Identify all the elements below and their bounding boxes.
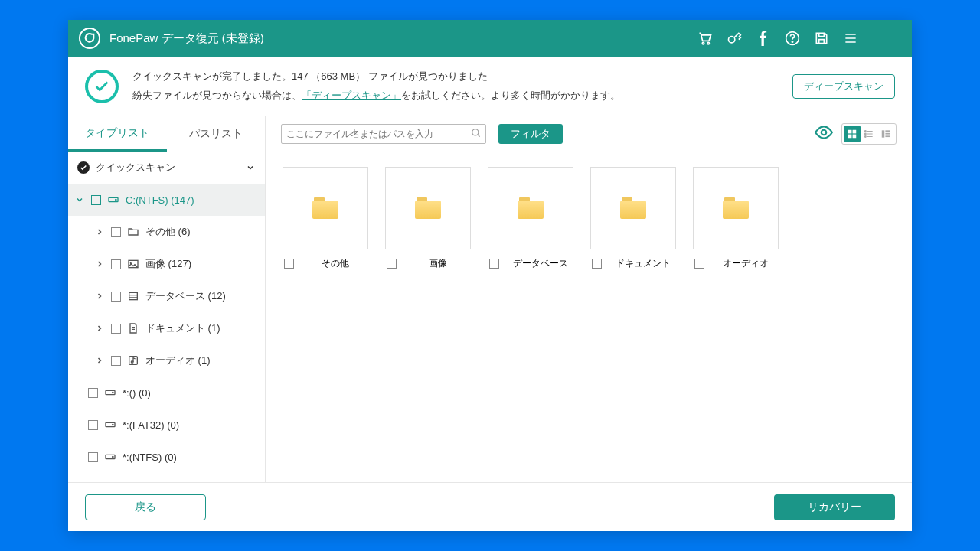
checkbox[interactable]	[489, 259, 499, 269]
folder-label: ドキュメント	[609, 257, 676, 270]
save-icon[interactable]	[814, 31, 829, 46]
checkbox[interactable]	[694, 259, 704, 269]
deep-scan-link[interactable]: 「ディープスキャン」	[302, 90, 401, 101]
chevron-right-icon[interactable]	[94, 324, 105, 333]
tree-item-label: *:() (0)	[122, 387, 151, 399]
checkbox[interactable]	[387, 259, 397, 269]
body: タイプリスト パスリスト クイックスキャン C:(NTFS) (147)	[68, 116, 912, 482]
svg-point-14	[113, 393, 113, 393]
folder-item[interactable]: その他	[283, 167, 368, 270]
tree-extra-1[interactable]: *:(FAT32) (0)	[68, 409, 265, 441]
key-icon[interactable]	[727, 31, 742, 46]
svg-rect-30	[885, 133, 890, 135]
folder-label: データベース	[507, 257, 573, 270]
tree-extra-0[interactable]: *:() (0)	[68, 377, 265, 409]
checkbox[interactable]	[111, 324, 121, 334]
checkbox[interactable]	[284, 259, 294, 269]
svg-point-7	[116, 200, 116, 201]
tree-item-document[interactable]: ドキュメント (1)	[68, 312, 265, 344]
folder-thumb[interactable]	[283, 167, 368, 249]
tree-item-label: *:(FAT32) (0)	[122, 419, 179, 431]
folder-thumb[interactable]	[590, 167, 676, 249]
checkbox[interactable]	[592, 259, 602, 269]
scan-complete-icon	[85, 70, 119, 103]
main-panel: フィルタ その他 画像	[266, 116, 912, 482]
tree-root-quickscan[interactable]: クイックスキャン	[68, 152, 265, 184]
svg-rect-31	[885, 135, 890, 137]
menu-icon[interactable]	[843, 31, 858, 46]
chevron-right-icon[interactable]	[94, 292, 105, 301]
search-box	[281, 124, 486, 144]
svg-point-1	[707, 42, 710, 44]
sidebar-tabs: タイプリスト パスリスト	[68, 116, 265, 152]
toolbar: フィルタ	[266, 116, 912, 152]
tree-item-image[interactable]: 画像 (127)	[68, 248, 265, 280]
folder-item[interactable]: 画像	[385, 167, 471, 270]
audio-icon	[127, 354, 139, 367]
tab-path-list[interactable]: パスリスト	[167, 116, 266, 152]
checkbox[interactable]	[88, 388, 98, 398]
view-detail-icon[interactable]	[877, 126, 894, 142]
chevron-right-icon[interactable]	[94, 227, 105, 236]
preview-icon[interactable]	[814, 122, 834, 145]
tab-type-list[interactable]: タイプリスト	[68, 116, 167, 152]
search-input[interactable]	[281, 124, 486, 144]
folder-item[interactable]: ドキュメント	[590, 167, 676, 270]
svg-point-16	[113, 425, 113, 425]
facebook-icon[interactable]	[756, 31, 771, 46]
folder-thumb[interactable]	[693, 167, 779, 249]
tree-item-label: オーディオ (1)	[145, 354, 211, 367]
checkbox[interactable]	[111, 259, 121, 269]
folder-icon	[312, 197, 338, 219]
folder-thumb[interactable]	[385, 167, 471, 249]
svg-rect-29	[885, 130, 890, 132]
window-controls	[874, 31, 901, 46]
cart-icon[interactable]	[697, 31, 713, 46]
folder-icon	[127, 226, 139, 238]
folder-item[interactable]: データベース	[488, 167, 573, 270]
filter-button[interactable]: フィルタ	[498, 124, 563, 144]
svg-point-26	[864, 133, 866, 135]
recover-button[interactable]: リカバリー	[774, 494, 895, 520]
status-line1: クイックスキャンが完了しました。147 （663 MB） ファイルが見つかりまし…	[132, 67, 620, 86]
app-window: FonePaw データ復元 (未登録) クイックスキャンが完了しました。147 …	[68, 20, 912, 531]
folder-label: その他	[302, 257, 368, 270]
tree-extra-2[interactable]: *:(NTFS) (0)	[68, 441, 265, 473]
search-icon[interactable]	[471, 128, 482, 142]
folder-grid: その他 画像 データベース ドキュメント オーディオ	[266, 152, 912, 285]
chevron-right-icon[interactable]	[94, 259, 105, 269]
svg-point-20	[822, 130, 827, 135]
tree-item-label: ドキュメント (1)	[145, 321, 220, 335]
checkbox[interactable]	[91, 195, 101, 205]
tree: クイックスキャン C:(NTFS) (147) その他 (6)	[68, 152, 265, 482]
svg-rect-22	[853, 130, 857, 134]
chevron-down-icon[interactable]	[245, 163, 256, 172]
chevron-down-icon[interactable]	[74, 195, 85, 204]
deep-scan-button[interactable]: ディープスキャン	[792, 74, 895, 99]
tree-item-database[interactable]: データベース (12)	[68, 280, 265, 312]
tree-item-label: *:(NTFS) (0)	[122, 452, 177, 463]
checkbox[interactable]	[88, 420, 98, 430]
tree-item-other[interactable]: その他 (6)	[68, 216, 265, 248]
back-button[interactable]: 戻る	[85, 494, 206, 520]
chevron-right-icon[interactable]	[94, 356, 105, 365]
view-grid-icon[interactable]	[844, 126, 861, 142]
checkbox[interactable]	[111, 292, 121, 302]
tree-item-audio[interactable]: オーディオ (1)	[68, 344, 265, 377]
window-title: FonePaw データ復元 (未登録)	[109, 31, 264, 46]
help-icon[interactable]	[785, 31, 800, 46]
view-list-icon[interactable]	[861, 126, 877, 142]
checkbox[interactable]	[88, 452, 98, 462]
tree-drive-label: C:(NTFS) (147)	[126, 194, 194, 206]
checkbox[interactable]	[111, 356, 121, 366]
folder-item[interactable]: オーディオ	[693, 167, 779, 270]
tree-drive-c[interactable]: C:(NTFS) (147)	[68, 184, 265, 216]
folder-thumb[interactable]	[488, 167, 573, 249]
status-line2: 紛失ファイルが見つからない場合は、「ディープスキャン」をお試しください。より多く…	[132, 86, 620, 106]
svg-point-19	[472, 129, 479, 135]
folder-icon	[620, 197, 646, 219]
checkbox[interactable]	[111, 227, 121, 237]
folder-label: オーディオ	[712, 257, 779, 270]
app-logo-icon	[79, 28, 100, 49]
tree-item-label: その他 (6)	[145, 225, 191, 239]
